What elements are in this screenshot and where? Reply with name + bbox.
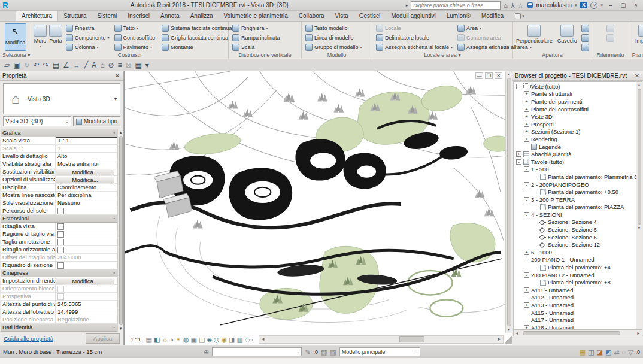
ribbon-button[interactable]: Controsoffitto (113, 33, 158, 42)
ribbon-button[interactable]: Griglia facciata continua (160, 33, 235, 42)
view-scale-button[interactable]: 1 : 1 (125, 336, 146, 342)
property-row[interactable]: Livello di dettaglio Alto (1, 153, 117, 160)
property-row[interactable]: Posizione cinepresa Regolazione (1, 316, 117, 324)
panel-label-seleziona[interactable]: Seleziona ▾ (0, 51, 31, 59)
property-row[interactable]: Percorso del sole (1, 207, 117, 215)
measure-icon[interactable]: ∠ (62, 60, 71, 71)
close-button[interactable]: × (631, 2, 641, 9)
resize-grip[interactable] (505, 335, 512, 344)
tree-expander-icon[interactable]: + (524, 99, 529, 104)
save-icon[interactable]: ▣ (12, 60, 21, 71)
search-input[interactable] (411, 1, 501, 10)
sun-settings-icon[interactable]: ☼ (162, 335, 168, 344)
ribbon-button[interactable]: Linea di modello (304, 33, 363, 42)
tree-item[interactable]: + A111 - Unnamed (514, 286, 636, 294)
property-row[interactable]: Altezza del punto di v... 245.5365 (1, 301, 117, 308)
browser-vertical-scrollbar[interactable]: ▲ ▼ (636, 82, 642, 329)
ribbon-button[interactable]: Montante (160, 43, 235, 51)
property-row[interactable]: Mostra linee nascoste Per disciplina (1, 192, 117, 199)
scroll-right-icon[interactable]: ► (635, 331, 642, 335)
panel-label-locale[interactable]: Locale e area ▾ (372, 51, 512, 59)
tree-item[interactable]: - 1 - 500 (514, 166, 636, 174)
search-expand-icon[interactable]: ▸ (406, 3, 408, 8)
editable-only-icon[interactable]: ✎ (305, 347, 310, 357)
tree-item[interactable]: A115 - Unnamed (514, 309, 636, 317)
scroll-down-icon[interactable]: ▼ (119, 326, 123, 332)
tree-item[interactable]: Sezione: Sezione 6 (514, 233, 636, 241)
property-row[interactable]: Scala vista 1 : 1 (1, 137, 117, 145)
tree-expander-icon[interactable]: + (524, 136, 529, 142)
tree-item[interactable]: A112 - Unnamed (514, 294, 636, 302)
tree-item[interactable]: + Piante strutturali (514, 90, 636, 98)
ribbon-button[interactable]: Rampa inclinata (231, 33, 283, 42)
active-workset-combo[interactable]: ⌄ (212, 347, 302, 356)
tree-item[interactable]: Sezione: Sezione 12 (514, 241, 636, 248)
tree-item[interactable]: + A113 - Unnamed (514, 301, 636, 309)
ribbon-tab[interactable]: Sistemi (92, 11, 123, 21)
design-options-icon[interactable]: ▨ (330, 347, 336, 357)
tree-item[interactable]: Pianta del pavimento: +0.50 (514, 188, 636, 196)
default-3d-view-icon[interactable]: ⌂ (99, 60, 105, 71)
visual-style-icon[interactable]: ◧ (154, 335, 160, 344)
tree-item[interactable]: Legende (514, 143, 636, 151)
property-row[interactable]: Prospettiva (1, 293, 117, 301)
show-crop-icon[interactable]: ◫ (199, 335, 205, 344)
ribbon-tab[interactable]: Analizza (185, 11, 219, 21)
tree-item[interactable]: + Sezioni (Sezione 1) (514, 128, 636, 136)
tree-item[interactable]: + Prospetti (514, 120, 636, 128)
scroll-down-icon[interactable]: ▼ (507, 327, 511, 333)
property-row[interactable]: Scala 1: 1 (1, 145, 117, 153)
tree-item[interactable]: - 3 - 200 P TERRA (514, 196, 636, 204)
account-caret-icon[interactable]: ▾ (575, 3, 577, 8)
open-icon[interactable]: ▱ (3, 60, 11, 71)
crop-view-icon[interactable]: ▣ (191, 335, 197, 344)
ribbon-button[interactable]: Assegna etichetta al locale ▾ (375, 43, 454, 51)
scroll-track[interactable] (520, 330, 635, 336)
tree-item[interactable]: - Viste (tutto) (514, 83, 636, 90)
ribbon-button[interactable]: Testo modello (304, 23, 363, 32)
property-row[interactable]: Impostazioni di rende... Modifica... (1, 277, 117, 285)
ribbon-button[interactable]: Scala (231, 43, 283, 51)
property-row[interactable]: Grafica (1, 129, 117, 137)
press-drag-icon[interactable]: ⊕ (204, 347, 209, 357)
model-group-ref-icon[interactable] (606, 25, 614, 32)
tree-item[interactable]: A117 - Unnamed (514, 316, 636, 324)
revit-logo[interactable]: R (0, 1, 13, 10)
sync-icon[interactable]: ↻ (23, 60, 31, 71)
tree-item[interactable]: + Rendering (514, 135, 636, 143)
tree-item[interactable]: + Piante dei pavimenti (514, 98, 636, 105)
worksharing-display-icon[interactable]: ◨ (229, 335, 235, 344)
ribbon-button[interactable]: Locale (375, 23, 454, 32)
tree-item[interactable]: - 2 - 200PIANOIPOGEO (514, 181, 636, 189)
select-pinned-icon[interactable]: ◪ (596, 347, 602, 357)
type-selector[interactable]: ⌂ Vista 3D ▾ (3, 83, 120, 114)
tree-item[interactable]: Pianta del pavimento: Planimetria Cop (514, 173, 636, 181)
scroll-thumb[interactable] (507, 78, 511, 326)
properties-help-link[interactable]: Guida alle proprietà (4, 335, 82, 342)
aligned-dimension-icon[interactable]: ↔ (72, 60, 81, 71)
ribbon-tab[interactable]: Struttura (58, 11, 92, 21)
property-row[interactable]: Estensioni (1, 215, 117, 223)
property-row[interactable]: Taglio annotazione (1, 238, 117, 246)
ribbon-button[interactable]: Componente ▾ (65, 33, 111, 42)
reference-plane-icon[interactable] (606, 34, 614, 42)
select-underlay-icon[interactable]: ◫ (588, 347, 594, 357)
scroll-up-icon[interactable]: ▲ (638, 82, 641, 88)
tree-item[interactable]: + Abachi/Quantità (514, 150, 636, 158)
edit-type-button[interactable]: Modifica tipo (73, 116, 120, 126)
scroll-right-icon[interactable]: ► (496, 336, 503, 342)
ribbon-tab[interactable]: Moduli aggiuntivi (386, 11, 441, 21)
ribbon-button[interactable]: Contorno area (456, 33, 533, 42)
restore-button[interactable]: ▢ (618, 2, 628, 9)
ribbon-tab[interactable]: Modifica (476, 11, 509, 21)
property-row[interactable]: Orientamento bloccato (1, 285, 117, 293)
ribbon-button[interactable]: Colonna ▾ (65, 43, 111, 51)
browser-horizontal-scrollbar[interactable]: ◄ ► (513, 330, 642, 336)
tree-item[interactable]: - 200 PIANO 1 - Unnamed (514, 256, 636, 264)
property-row[interactable]: Ritaglia vista (1, 223, 117, 230)
tree-expander-icon[interactable]: - (524, 257, 529, 262)
design-options-combo[interactable]: Modello principale ⌄ (339, 347, 420, 356)
tree-item[interactable]: - 4 - SEZIONI (514, 211, 636, 219)
drawing-area[interactable]: — ❐ ✕ ▲ ▼ 1 : 1 ▤ ◧ ☼ ◑ ☀ (124, 71, 512, 345)
user-avatar-icon[interactable] (527, 2, 533, 8)
